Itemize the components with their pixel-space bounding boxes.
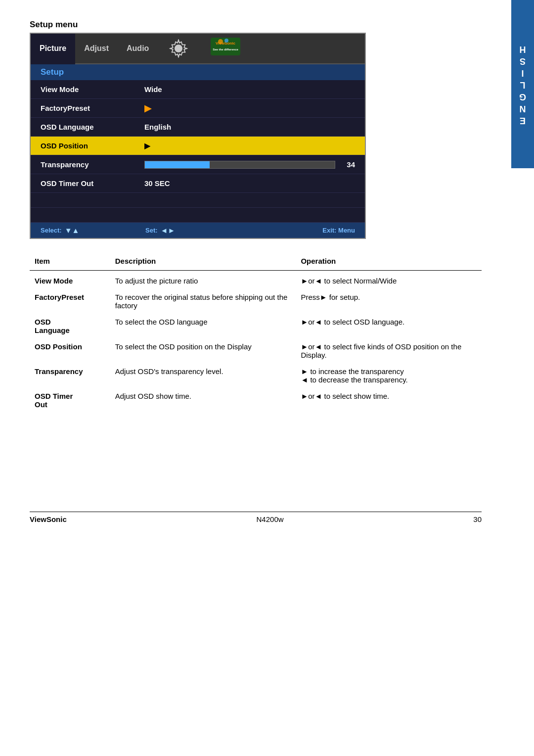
- transparency-label: Transparency: [41, 160, 139, 169]
- footer-brand: ViewSonic: [30, 515, 67, 524]
- desc-viewmode: To adjust the picture ratio: [110, 271, 296, 289]
- menu-row-empty2: [31, 208, 365, 223]
- osd-status-bar: Select: ▼▲ Set: ◄► Exit: Menu: [31, 223, 365, 238]
- col-header-item: Item: [30, 254, 110, 271]
- osd-tab-bar: Picture Adjust Audio: [31, 34, 365, 64]
- menu-row-osdtimerout[interactable]: OSD Timer Out 30 SEC: [31, 174, 365, 193]
- menu-row-viewmode[interactable]: View Mode Wide: [31, 80, 365, 99]
- svg-text:See the difference: See the difference: [213, 48, 239, 51]
- page-footer: ViewSonic N4200w 30: [30, 512, 482, 534]
- desc-transparency: Adjust OSD's transparency level.: [110, 363, 296, 388]
- tab-picture-label: Picture: [40, 44, 66, 53]
- exit-label: Exit: Menu: [322, 227, 355, 234]
- transparency-value: 34: [340, 160, 355, 169]
- footer-model: N4200w: [257, 515, 284, 524]
- op-transparency: ► to increase the transparency◄ to decre…: [296, 363, 482, 388]
- set-label: Set:: [145, 227, 158, 234]
- osdtimerout-label: OSD Timer Out: [41, 179, 139, 188]
- op-osdtimerout: ►or◄ to select show time.: [296, 388, 482, 413]
- osd-menu-box: Picture Adjust Audio: [30, 33, 366, 239]
- item-factorypreset: FactoryPreset: [30, 289, 110, 314]
- osdposition-value: ▶: [139, 142, 355, 150]
- status-select: Select: ▼▲: [41, 226, 145, 235]
- tab-adjust[interactable]: Adjust: [75, 34, 118, 63]
- desc-factorypreset: To recover the original status before sh…: [110, 289, 296, 314]
- info-table: Item Description Operation View Mode To …: [30, 254, 482, 413]
- tab-adjust-label: Adjust: [84, 44, 109, 53]
- svg-point-7: [224, 39, 228, 43]
- setup-menu-heading: Setup menu: [30, 20, 482, 30]
- transparency-bar-fill: [145, 161, 210, 168]
- gear-icon: [167, 37, 190, 60]
- status-exit: Exit: Menu: [250, 227, 355, 234]
- col-header-description: Description: [110, 254, 296, 271]
- menu-row-empty1: [31, 193, 365, 208]
- tab-audio-label: Audio: [127, 44, 149, 53]
- set-arrows: ◄►: [161, 226, 176, 235]
- footer-page: 30: [473, 515, 482, 524]
- viewmode-value: Wide: [139, 85, 355, 94]
- item-osdposition: OSD Position: [30, 338, 110, 363]
- desc-osdtimerout: Adjust OSD show time.: [110, 388, 296, 413]
- viewsonic-logo: ViewSonic See the difference: [208, 36, 243, 61]
- table-row: View Mode To adjust the picture ratio ►o…: [30, 271, 482, 289]
- osdlanguage-value: English: [139, 123, 355, 131]
- select-arrows: ▼▲: [65, 226, 80, 235]
- english-sidebar: ENGLISH: [511, 0, 534, 168]
- item-osdtimerout: OSD TimerOut: [30, 388, 110, 413]
- factorypreset-label: FactoryPreset: [41, 104, 139, 112]
- osdlanguage-label: OSD Language: [41, 123, 139, 131]
- table-row: OSD TimerOut Adjust OSD show time. ►or◄ …: [30, 388, 482, 413]
- osdtimerout-value: 30 SEC: [139, 179, 355, 188]
- transparency-bar-container: 34: [139, 160, 355, 169]
- tab-gear[interactable]: [158, 34, 199, 63]
- menu-row-factorypreset[interactable]: FactoryPreset ▶: [31, 99, 365, 118]
- table-row: Transparency Adjust OSD's transparency l…: [30, 363, 482, 388]
- factorypreset-value: ▶: [139, 103, 355, 114]
- desc-osdposition: To select the OSD position on the Displa…: [110, 338, 296, 363]
- menu-row-osdposition[interactable]: OSD Position ▶: [31, 137, 365, 155]
- setup-section-header: Setup: [31, 64, 365, 80]
- viewmode-label: View Mode: [41, 85, 139, 94]
- tab-picture[interactable]: Picture: [31, 34, 75, 63]
- menu-row-transparency[interactable]: Transparency 34: [31, 155, 365, 174]
- osdposition-label: OSD Position: [41, 142, 139, 150]
- select-label: Select:: [41, 227, 62, 234]
- transparency-bar-bg: [144, 161, 335, 169]
- osd-menu-area: Setup View Mode Wide FactoryPreset ▶ OSD…: [31, 64, 365, 238]
- item-osdlanguage: OSDLanguage: [30, 314, 110, 338]
- op-osdposition: ►or◄ to select five kinds of OSD positio…: [296, 338, 482, 363]
- tab-audio[interactable]: Audio: [118, 34, 158, 63]
- svg-point-2: [177, 47, 181, 50]
- item-viewmode: View Mode: [30, 271, 110, 289]
- item-transparency: Transparency: [30, 363, 110, 388]
- tab-viewsonic[interactable]: ViewSonic See the difference: [199, 34, 252, 63]
- table-row: OSD Position To select the OSD position …: [30, 338, 482, 363]
- col-header-operation: Operation: [296, 254, 482, 271]
- desc-osdlanguage: To select the OSD language: [110, 314, 296, 338]
- op-viewmode: ►or◄ to select Normal/Wide: [296, 271, 482, 289]
- op-factorypreset: Press► for setup.: [296, 289, 482, 314]
- status-set: Set: ◄►: [145, 226, 250, 235]
- svg-point-6: [218, 39, 223, 44]
- menu-row-osdlanguage[interactable]: OSD Language English: [31, 118, 365, 137]
- op-osdlanguage: ►or◄ to select OSD language.: [296, 314, 482, 338]
- table-row: OSDLanguage To select the OSD language ►…: [30, 314, 482, 338]
- table-row: FactoryPreset To recover the original st…: [30, 289, 482, 314]
- english-label: ENGLISH: [518, 43, 528, 126]
